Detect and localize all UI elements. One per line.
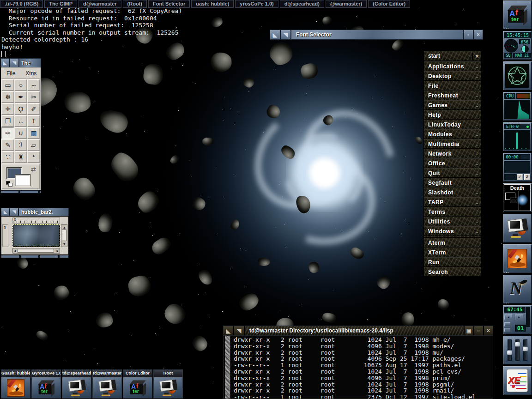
menu-item-terms[interactable]: Terms‥ (424, 207, 481, 217)
slider-knob[interactable] (507, 350, 513, 355)
swap-colors-icon[interactable]: ⇄ (31, 166, 36, 173)
scrollbar-thumb[interactable] (18, 249, 54, 253)
cd-next-button[interactable]: ▸ (515, 314, 523, 320)
image-window-titlebar[interactable]: ◣ ◥ hubble_bar2. (1, 208, 69, 216)
tool-eraser[interactable]: ▱ (27, 139, 40, 151)
menu-item-aterm[interactable]: Aterm (424, 238, 481, 248)
scroll-left-icon[interactable]: ◂ (14, 249, 16, 253)
window-bottom-border[interactable] (1, 255, 69, 258)
dock-cd-player[interactable]: 67:45 ◂ ▸ 01 (502, 305, 532, 334)
iconify-button[interactable]: – (473, 326, 483, 335)
window-menu-button[interactable]: ◥ (10, 208, 19, 216)
tool-airbrush[interactable]: ∵ (1, 151, 14, 163)
tool-paintbrush[interactable]: ℐ (14, 139, 27, 151)
timer-input[interactable] (504, 174, 518, 180)
iconify-button[interactable]: ▫ (463, 30, 473, 39)
menu-item-linuxtoday[interactable]: LinuxToday‥ (424, 120, 481, 129)
menu-file[interactable]: File (1, 70, 20, 77)
mini-window[interactable] (510, 198, 517, 203)
menu-item-multimedia[interactable]: Multimedia‥ (424, 139, 481, 149)
dock-timer-applet[interactable]: 00:00 ... ✓ ✗ (502, 152, 532, 182)
window-shade-button[interactable]: ◣ (1, 208, 10, 216)
menu-item-office[interactable]: Office‥ (424, 158, 481, 168)
window-shade-button[interactable]: ◣ (224, 326, 234, 335)
background-color-swatch[interactable] (15, 175, 30, 186)
menu-item-applications[interactable]: Applications‥ (424, 61, 481, 71)
maximize-button[interactable]: ▣ (464, 326, 473, 335)
tool-transform[interactable]: ❐ (1, 115, 14, 127)
close-button[interactable]: × (473, 30, 483, 39)
taskbar-item-warmaster-2[interactable]: @warmaster) (326, 0, 367, 8)
scroll-down-icon[interactable]: ▾ (63, 242, 66, 246)
tool-bucket-fill[interactable]: ∪ (14, 127, 27, 139)
volume-slider[interactable] (508, 339, 512, 361)
icon-td-spearhead[interactable]: td@spearhead (62, 369, 91, 399)
dock-netscape-button[interactable]: N ... (502, 274, 532, 304)
menu-item-search[interactable]: Search (424, 267, 481, 277)
dock-mixer-applet[interactable] (502, 335, 532, 365)
window-shade-button[interactable]: ◣ (1, 59, 10, 67)
tool-color-picker[interactable]: ✑ (1, 127, 14, 139)
dock-pentagram-button[interactable] (502, 61, 532, 91)
dock-ethernet-monitor[interactable]: ETH-0 (502, 122, 532, 151)
tool-bezier-select[interactable]: ✒ (14, 91, 27, 103)
terminal-content[interactable]: drwxr-xr-x 2 root root 1024 Jul 7 1998 m… (223, 336, 493, 399)
taskbar-item-spearhead[interactable]: d@spearhead) (280, 0, 324, 8)
font-selector-titlebar[interactable]: ◣ ◥ Font Selector ▫ × (270, 30, 483, 40)
taskbar-item-tif-image[interactable]: .tif-79.0 (RGB) (0, 0, 43, 8)
scroll-right-icon[interactable]: ▸ (56, 249, 59, 253)
dock-pager-death[interactable]: Death (502, 183, 532, 212)
tool-magnify[interactable]: Ϙ (14, 103, 27, 115)
terminal-scrollbar[interactable] (225, 336, 230, 399)
menu-item-desktop[interactable]: Desktop‥ (424, 71, 481, 81)
menu-item-freshmeat[interactable]: Freshmeat‥ (424, 91, 481, 100)
close-button[interactable]: × (483, 326, 493, 335)
tool-free-select[interactable]: ∽ (27, 79, 40, 91)
menu-item-slashdot[interactable]: Slashdot‥ (424, 187, 481, 197)
tool-move[interactable]: ✛ (1, 103, 14, 115)
tool-text[interactable]: T (27, 115, 40, 127)
menu-item-windows[interactable]: Windows‥ (424, 226, 481, 236)
menu-item-tarp[interactable]: TARP‥ (424, 197, 481, 207)
volume-slider[interactable] (523, 339, 527, 361)
menu-item-quit[interactable]: Quit‥ (424, 168, 481, 178)
cd-prev-button[interactable]: ◂ (504, 314, 513, 320)
timer-cancel-button[interactable]: ✗ (524, 174, 530, 180)
dock-afterstep-button[interactable]: A f ter ... (502, 0, 532, 30)
image-canvas[interactable] (12, 224, 60, 247)
icon-root[interactable]: Root (153, 369, 183, 399)
dock-gimp-button[interactable]: ... (502, 244, 532, 273)
tool-flip[interactable]: ↔ (14, 115, 27, 127)
tool-pencil[interactable]: ✎ (1, 139, 14, 151)
cd-eject-button[interactable] (504, 328, 510, 332)
window-menu-button[interactable]: ◥ (281, 30, 291, 39)
close-icon[interactable]: × (472, 53, 481, 60)
tool-blend[interactable]: ▥ (27, 127, 40, 139)
taskbar-item-root[interactable]: (Root) (123, 0, 147, 8)
tool-convolve[interactable]: ❛ (27, 151, 40, 163)
window-shade-button[interactable]: ◣ (270, 30, 281, 39)
icon-td-warmaster[interactable]: td@warmaster (92, 369, 122, 399)
timer-ok-button[interactable]: ✓ (517, 174, 523, 180)
taskbar-item-color-editor[interactable]: (Color Editor) (368, 0, 410, 8)
taskbar-item-font-selector[interactable]: Font Selector (148, 0, 190, 8)
window-menu-button[interactable]: ◥ (234, 326, 245, 335)
slider-knob[interactable] (522, 346, 528, 351)
icon-color-editor[interactable]: Color Editor After (123, 369, 152, 399)
taskbar-item-guash-hubble[interactable]: uash: hubble) (191, 0, 234, 8)
icon-guash-hubble[interactable]: Guash: hubble (1, 369, 30, 399)
tool-clone[interactable]: ♜ (14, 151, 27, 163)
dock-terminal-button[interactable] (502, 213, 532, 243)
menu-xtns[interactable]: Xtns (20, 70, 42, 77)
terminal-titlebar[interactable]: ◣ ◥ td@warmaster Directory:/usr/local/li… (223, 326, 493, 336)
default-colors-icon[interactable] (6, 181, 12, 187)
slider-knob[interactable] (514, 342, 520, 347)
dock-cpu-monitor[interactable]: CPU (502, 91, 532, 121)
dock-xemacs-button[interactable]: XE (502, 366, 532, 395)
scroll-up-icon[interactable]: ▴ (63, 225, 66, 230)
icon-gyroscope[interactable]: GyrosCoPe 1.0 After (31, 369, 61, 399)
menu-item-help[interactable]: Help‥ (424, 110, 481, 120)
menu-item-modules[interactable]: Modules‥ (424, 129, 481, 139)
volume-slider[interactable] (515, 339, 520, 361)
tool-rect-select[interactable]: ▭ (1, 79, 14, 91)
